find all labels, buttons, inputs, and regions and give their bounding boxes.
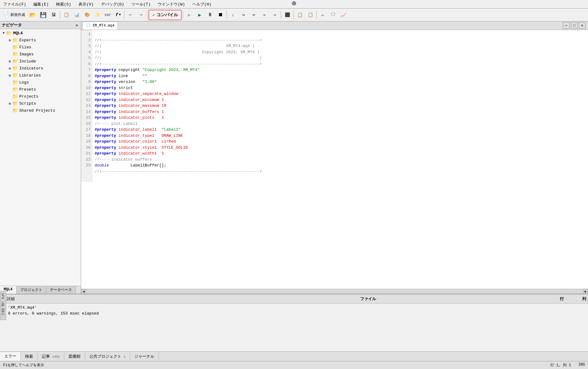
- save-button[interactable]: 💾: [38, 10, 48, 20]
- scroll-left-arrow[interactable]: ◀: [81, 289, 86, 294]
- prev-button[interactable]: ⇒: [270, 10, 280, 20]
- shield-icon: 🛡: [331, 12, 336, 18]
- bottom-panel-header: ✕ 詳細 ファイル 行 列: [0, 294, 588, 304]
- chart-button[interactable]: 📊: [72, 10, 81, 20]
- maximize-button[interactable]: □: [571, 22, 578, 29]
- debug-pause-button[interactable]: ⏸: [205, 10, 215, 20]
- bottom-tab-library[interactable]: 図書館: [64, 352, 85, 360]
- next-button[interactable]: ⇒: [259, 10, 269, 20]
- close-button[interactable]: ✕: [579, 22, 586, 29]
- ln-13: 13: [82, 103, 91, 109]
- code-lines[interactable]: //+-------------------------------------…: [92, 30, 588, 182]
- status-right: 行 1, 列 1 INS: [550, 363, 585, 368]
- scripts-toggle: ⊞: [7, 102, 12, 106]
- shared-folder-icon: 📁: [12, 108, 18, 114]
- new-label: 新規作成: [10, 12, 25, 17]
- tree-root[interactable]: ▼ 📁 MQL4: [0, 30, 81, 37]
- function-button[interactable]: f ▼: [113, 10, 123, 20]
- bookmark-btn[interactable]: ✏: [318, 10, 328, 20]
- toolbar: 📄 新規作成 📂 💾 🖫 📋 📊 🎨 ✨ var f ▼ ← → ✓ コンパイ: [0, 9, 588, 21]
- tree-shared-projects[interactable]: 📁 Shared Projects: [0, 107, 81, 114]
- color-button[interactable]: 🎨: [82, 10, 92, 20]
- experts-toggle: ⊞: [7, 39, 12, 42]
- tree-indicators[interactable]: ⊞ 📁 Indicators: [0, 65, 81, 72]
- back-button[interactable]: ←: [126, 10, 135, 20]
- tree-projects[interactable]: 📁 Projects: [0, 93, 81, 100]
- menu-help[interactable]: ヘルプ(H): [191, 1, 213, 8]
- nav-tab-database[interactable]: データベース: [46, 286, 76, 294]
- wizard-button[interactable]: ✨: [92, 10, 102, 20]
- bottom-tab-journal[interactable]: ジャーナル: [130, 352, 159, 360]
- copy-btn[interactable]: 📋: [295, 10, 305, 20]
- menu-file[interactable]: ファイル(F): [2, 1, 27, 8]
- statusbar: F1を押してヘルプを表示 行 1, 列 1 INS: [0, 361, 588, 369]
- save-all-icon: 🖫: [51, 13, 56, 17]
- tree-libraries-label: Libraries: [19, 73, 41, 78]
- open-button[interactable]: 📂: [28, 10, 38, 20]
- var-button[interactable]: var: [103, 10, 113, 20]
- editor-view-button[interactable]: 📋: [61, 10, 71, 20]
- bottom-tab-search[interactable]: 検索: [21, 352, 38, 360]
- status-mode: INS: [578, 363, 585, 368]
- bottom-tab-articles[interactable]: 記事 1459: [38, 352, 64, 360]
- step-into-button[interactable]: ↓: [228, 10, 238, 20]
- menu-edit[interactable]: 編集(E): [32, 1, 50, 8]
- menu-tools[interactable]: ツール(T): [130, 1, 152, 8]
- tree-include[interactable]: ⊞ 📁 Include: [0, 58, 81, 65]
- editor-area: 📄 XM_MT4.mq4 ─ □ ✕ 1 2 3 4 5 6 7 8: [81, 21, 588, 294]
- tree-presets[interactable]: 📁 Presets: [0, 86, 81, 93]
- step-out-icon: ↩: [253, 12, 255, 17]
- menu-debug[interactable]: デバッグ(D): [100, 1, 125, 8]
- tree-images[interactable]: 📁 Images: [0, 51, 81, 58]
- bottom-tab-public[interactable]: 公共プロジェクト 1: [85, 352, 130, 360]
- separator-2: [124, 11, 124, 19]
- forward-button[interactable]: →: [136, 10, 146, 20]
- stop-all-icon: ⬛: [285, 12, 290, 17]
- tree-logs[interactable]: 📁 Logs: [0, 79, 81, 86]
- stop-all-button[interactable]: ⬛: [282, 10, 292, 20]
- save-all-button[interactable]: 🖫: [49, 10, 58, 20]
- scroll-track[interactable]: [86, 289, 583, 294]
- paste-btn[interactable]: 📋: [305, 10, 315, 20]
- projects-folder-icon: 📁: [12, 94, 18, 99]
- debug-stop-button[interactable]: ⏹: [216, 10, 225, 20]
- debug-start-button[interactable]: ▶: [184, 10, 194, 20]
- wizard-icon: ✨: [95, 12, 100, 17]
- chart2-btn[interactable]: 📈: [339, 10, 349, 20]
- public-tab-badge: 1: [124, 355, 126, 359]
- menu-window[interactable]: ウインドウ(W): [156, 1, 186, 8]
- compile-icon: ✓: [152, 12, 155, 18]
- files-folder-icon: 📁: [12, 44, 18, 50]
- bottom-tab-error[interactable]: エラー: [0, 352, 21, 361]
- scroll-right-arrow[interactable]: ▶: [583, 289, 588, 294]
- code-editor[interactable]: 1 2 3 4 5 6 7 8 9 10 11 12 13 14 15 16 1: [81, 30, 588, 289]
- editor-tab-main[interactable]: 📄 XM_MT4.mq4: [82, 22, 118, 30]
- menu-search[interactable]: 検索(S): [55, 1, 72, 8]
- minimize-button[interactable]: ─: [563, 22, 570, 29]
- top-indicator: [292, 1, 296, 6]
- tree-files[interactable]: 📁 Files: [0, 44, 81, 51]
- compile-button[interactable]: ✓ コンパイル: [149, 10, 182, 20]
- compile-label: コンパイル: [156, 12, 178, 18]
- navigator-close[interactable]: ✕: [75, 23, 79, 28]
- tab-label: XM_MT4.mq4: [92, 24, 115, 28]
- navigator-tabs: MQL4 プロジェクト データベース: [0, 286, 81, 294]
- shield-btn[interactable]: 🛡: [328, 10, 338, 20]
- articles-tab-label: 記事: [42, 354, 50, 359]
- journal-tab-label: ジャーナル: [134, 354, 154, 359]
- step-over-button[interactable]: ↪: [239, 10, 248, 20]
- menu-view[interactable]: 表示(V): [77, 1, 95, 8]
- tree-experts[interactable]: ⊞ 📁 Experts: [0, 37, 81, 44]
- nav-tab-project[interactable]: プロジェクト: [17, 286, 46, 294]
- tree-libraries[interactable]: ⊞ 📁 Libraries: [0, 72, 81, 79]
- horizontal-scrollbar[interactable]: ◀ ▶: [81, 289, 588, 294]
- experts-folder-icon: 📁: [12, 37, 18, 43]
- debug-run-button[interactable]: ▶: [195, 10, 205, 20]
- new-button[interactable]: 📄 新規作成: [1, 10, 27, 20]
- library-tab-label: 図書館: [69, 354, 81, 359]
- tree-scripts[interactable]: ⊞ 📁 Scripts: [0, 100, 81, 107]
- line-numbers: 1 2 3 4 5 6 7 8 9 10 11 12 13 14 15 16 1: [81, 30, 92, 182]
- toolbox-side-tab[interactable]: ツールボックス: [0, 291, 6, 320]
- step-out-button[interactable]: ↩: [249, 10, 259, 20]
- search-tab-label: 検索: [25, 354, 33, 359]
